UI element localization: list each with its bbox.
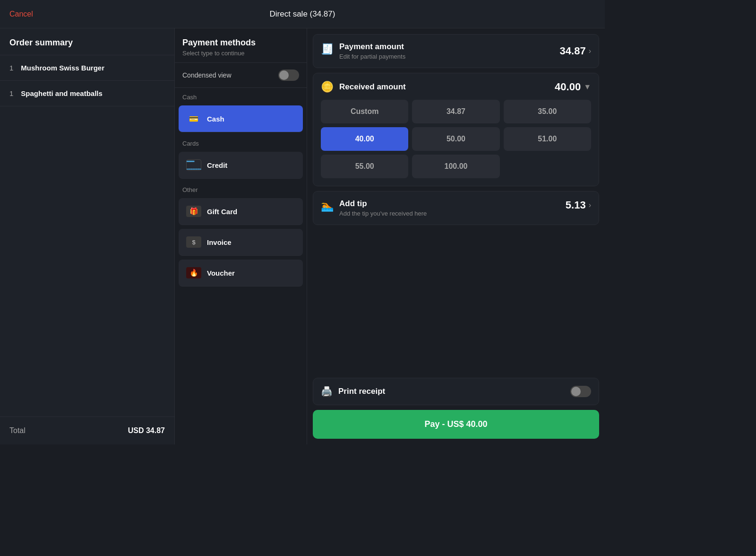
order-panel: Order summary 1 Mushroom Swiss Burger 1 … (0, 28, 175, 444)
amount-btn-5500[interactable]: 55.00 (321, 155, 408, 178)
amount-grid: Custom 34.87 35.00 40.00 50.00 51.00 55.… (321, 100, 591, 178)
invoice-label: Invoice (207, 238, 232, 246)
chevron-right-icon: › (589, 47, 591, 55)
page-title: Direct sale (34.87) (270, 9, 335, 19)
credit-label: Credit (207, 161, 227, 169)
order-header: Order summary (0, 28, 174, 55)
total-value: USD 34.87 (128, 426, 165, 435)
toggle-off-knob (571, 387, 581, 396)
condensed-label: Condensed view (182, 71, 232, 79)
right-panel: 🧾 Payment amount Edit for partial paymen… (307, 28, 605, 444)
received-title: Received amount (339, 82, 406, 92)
toggle-knob (279, 70, 289, 80)
payment-method-invoice[interactable]: $ Invoice (179, 229, 303, 256)
cash-icon: 💳 (186, 113, 201, 124)
amount-btn-4000[interactable]: 40.00 (321, 127, 408, 151)
voucher-label: Voucher (207, 269, 235, 277)
add-tip-subtitle: Add the tip you've received here (339, 210, 427, 217)
payment-amount-title: Payment amount (339, 42, 405, 52)
cash-label: Cash (207, 115, 224, 123)
amount-btn-5000[interactable]: 50.00 (412, 127, 499, 151)
add-tip-value: 5.13 (566, 199, 586, 211)
received-top: 🪙 Received amount 40.00 ▼ (321, 81, 591, 93)
add-tip-right: 5.13 › (566, 199, 591, 211)
payment-header: Payment methods Select type to continue (175, 28, 307, 63)
item-qty-2: 1 (9, 89, 13, 97)
cancel-button[interactable]: Cancel (9, 10, 33, 18)
print-receipt-card: 🖨️ Print receipt (313, 378, 599, 405)
add-tip-card[interactable]: 🏊 Add tip Add the tip you've received he… (313, 191, 599, 225)
section-label-cash: Cash (175, 88, 307, 104)
giftcard-icon: 🎁 (186, 206, 201, 217)
payment-method-credit[interactable]: ━━━━━━━━ Credit (179, 152, 303, 179)
amount-btn-5100[interactable]: 51.00 (504, 127, 591, 151)
received-left: 🪙 Received amount (321, 81, 406, 93)
amount-btn-custom[interactable]: Custom (321, 100, 408, 123)
payment-amount-texts: Payment amount Edit for partial payments (339, 42, 405, 60)
printer-icon: 🖨️ (321, 386, 333, 397)
amount-btn-3500[interactable]: 35.00 (504, 100, 591, 123)
payment-methods-title: Payment methods (182, 38, 299, 48)
condensed-view-row: Condensed view (175, 63, 307, 88)
order-summary-title: Order summary (9, 38, 165, 48)
add-tip-chevron-icon: › (589, 201, 591, 209)
order-item: 1 Mushroom Swiss Burger (0, 55, 174, 81)
invoice-icon: $ (186, 236, 201, 248)
add-tip-icon: 🏊 (321, 200, 334, 212)
received-value: 40.00 (555, 81, 581, 93)
main-layout: Order summary 1 Mushroom Swiss Burger 1 … (0, 28, 605, 444)
add-tip-title: Add tip (339, 199, 427, 208)
payment-amount-value: 34.87 (560, 45, 586, 57)
chevron-down-icon: ▼ (584, 83, 591, 91)
payment-amount-card: 🧾 Payment amount Edit for partial paymen… (313, 34, 599, 68)
received-icon: 🪙 (321, 81, 334, 93)
received-amount-card: 🪙 Received amount 40.00 ▼ Custom 34.87 3… (313, 73, 599, 186)
section-label-cards: Cards (175, 134, 307, 150)
condensed-view-toggle[interactable] (278, 70, 299, 81)
item-name-2: Spaghetti and meatballs (21, 89, 103, 97)
payment-method-voucher[interactable]: 🔥 Voucher (179, 260, 303, 287)
voucher-icon: 🔥 (186, 267, 201, 278)
spacer (313, 230, 599, 373)
payment-amount-subtitle: Edit for partial payments (339, 53, 405, 60)
item-qty-1: 1 (9, 64, 13, 72)
amount-btn-10000[interactable]: 100.00 (412, 155, 499, 178)
order-item: 1 Spaghetti and meatballs (0, 81, 174, 106)
pay-button[interactable]: Pay - US$ 40.00 (313, 410, 599, 439)
amount-btn-3487[interactable]: 34.87 (412, 100, 499, 123)
credit-icon: ━━━━━━━━ (186, 159, 201, 171)
order-total: Total USD 34.87 (0, 417, 174, 444)
print-receipt-toggle[interactable] (570, 386, 591, 397)
top-bar: Cancel Direct sale (34.87) (0, 0, 605, 28)
add-tip-left: 🏊 Add tip Add the tip you've received he… (321, 199, 427, 217)
payment-method-giftcard[interactable]: 🎁 Gift Card (179, 198, 303, 225)
giftcard-label: Gift Card (207, 208, 237, 216)
payment-amount-icon: 🧾 (321, 43, 334, 55)
payment-amount-left: 🧾 Payment amount Edit for partial paymen… (321, 42, 405, 60)
section-label-other: Other (175, 181, 307, 196)
print-left: 🖨️ Print receipt (321, 386, 385, 397)
add-tip-texts: Add tip Add the tip you've received here (339, 199, 427, 217)
print-receipt-title: Print receipt (338, 387, 385, 396)
item-name-1: Mushroom Swiss Burger (21, 64, 104, 72)
received-right[interactable]: 40.00 ▼ (555, 81, 591, 93)
payment-amount-right[interactable]: 34.87 › (560, 45, 591, 57)
total-label: Total (9, 426, 26, 435)
payment-methods-subtitle: Select type to continue (182, 50, 299, 57)
payment-panel: Payment methods Select type to continue … (175, 28, 307, 444)
order-items-list: 1 Mushroom Swiss Burger 1 Spaghetti and … (0, 55, 174, 417)
payment-method-cash[interactable]: 💳 Cash (179, 105, 303, 132)
